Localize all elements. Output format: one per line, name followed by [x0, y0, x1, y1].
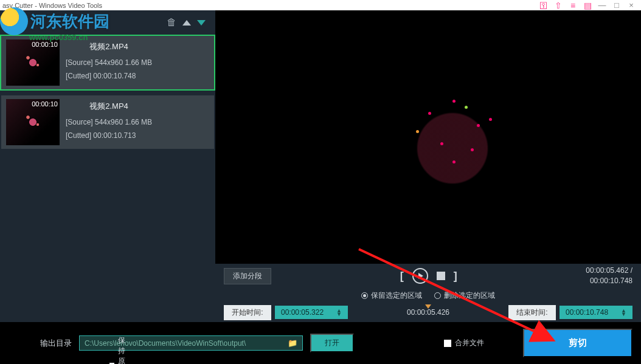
- start-time-input[interactable]: 00:00:05.322▲▼: [275, 306, 348, 319]
- titlebar: asy Cutter - Windows Video Tools ⚿ ⇧ ≡ ▤…: [0, 0, 641, 10]
- end-time-label: 结束时间:: [508, 305, 556, 320]
- clip-source-info: [Source] 544x960 1.66 MB: [66, 115, 152, 129]
- cursor-time: 00:00:05.426: [352, 308, 505, 317]
- maximize-button[interactable]: □: [609, 1, 624, 10]
- folder-icon[interactable]: 📁: [288, 338, 297, 348]
- time-display: 00:00:05.462 / 00:00:10.748: [586, 266, 632, 286]
- clip-duration: 00:00:10: [32, 100, 58, 108]
- menu-icon[interactable]: ≡: [566, 1, 580, 10]
- play-button[interactable]: [412, 268, 428, 284]
- bottom-bar: ✓保持原始格式 输出目录 C:\Users\lenovo\Documents\V…: [0, 322, 641, 364]
- list-icon[interactable]: ▤: [580, 1, 595, 10]
- minimize-button[interactable]: —: [595, 1, 609, 10]
- trash-icon[interactable]: 🗑: [167, 17, 176, 28]
- output-dir-label: 输出目录: [40, 338, 72, 349]
- clip-thumbnail: 00:00:10: [6, 39, 60, 86]
- clip-duration: 00:00:10: [32, 41, 58, 48]
- add-segment-button[interactable]: 添加分段: [224, 268, 271, 284]
- upload-icon[interactable]: ⇧: [551, 1, 566, 10]
- clip-list-panel: 🗑 00:00:10 视频2.MP4 [Source] 544x960 1.66…: [0, 10, 215, 322]
- merge-files-checkbox[interactable]: 合并文件: [444, 338, 484, 348]
- clip-filename: 视频2.MP4: [66, 39, 152, 55]
- move-up-icon[interactable]: [182, 20, 191, 26]
- open-button[interactable]: 打开: [310, 334, 354, 352]
- key-icon[interactable]: ⚿: [536, 1, 551, 10]
- move-down-icon[interactable]: [197, 20, 206, 26]
- close-button[interactable]: ×: [624, 1, 639, 10]
- mark-in-button[interactable]: [: [400, 270, 404, 283]
- keep-format-checkbox[interactable]: ✓保持原始格式: [109, 335, 128, 365]
- clip-source-info: [Source] 544x960 1.66 MB: [66, 56, 152, 70]
- mark-out-button[interactable]: ]: [454, 270, 457, 283]
- clip-cutted-info: [Cutted] 00:00:10.713: [66, 129, 152, 143]
- delete-region-radio[interactable]: 删除选定的区域: [434, 290, 495, 301]
- clip-item[interactable]: 00:00:10 视频2.MP4 [Source] 544x960 1.66 M…: [1, 36, 214, 89]
- app-title: asy Cutter - Windows Video Tools: [2, 2, 102, 9]
- cut-button[interactable]: 剪切: [523, 329, 632, 357]
- clip-thumbnail: 00:00:10: [6, 99, 60, 145]
- start-time-label: 开始时间:: [224, 305, 271, 320]
- keep-region-radio[interactable]: 保留选定的区域: [361, 290, 422, 301]
- clip-item[interactable]: 00:00:10 视频2.MP4 [Source] 544x960 1.66 M…: [1, 95, 214, 149]
- clip-cutted-info: [Cutted] 00:00:10.748: [66, 69, 152, 83]
- clip-filename: 视频2.MP4: [66, 99, 152, 114]
- stop-button[interactable]: [437, 272, 445, 280]
- end-time-input[interactable]: 00:00:10.748▲▼: [560, 306, 632, 319]
